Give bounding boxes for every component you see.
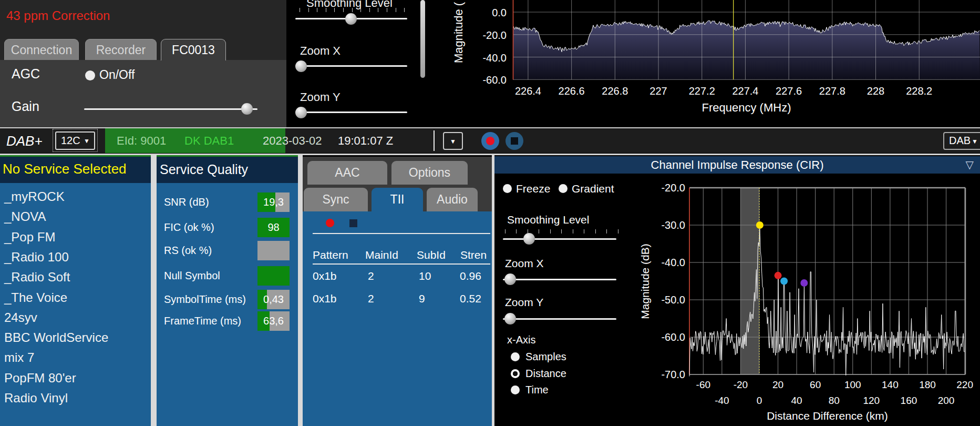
record-icon	[486, 137, 494, 145]
tii-record-indicator-icon[interactable]	[326, 219, 334, 227]
tii-panel: AACOptionsSyncTIIAudio PatternMainIdSubI…	[303, 157, 492, 426]
chevron-down-icon: ▼	[450, 138, 456, 145]
service-list-item[interactable]: _Radio 100	[4, 250, 69, 265]
freeze-radio-button[interactable]	[503, 184, 512, 193]
fc0013-tab-content: AGC On/Off Gain	[0, 60, 286, 127]
smoothing-slider-thumb[interactable]	[345, 13, 357, 25]
transmitter-marker	[780, 278, 788, 285]
tab-connection[interactable]: Connection	[4, 39, 79, 60]
agc-radio-button[interactable]	[85, 70, 95, 80]
spectrum-area-fill	[513, 21, 980, 79]
panel-divider	[151, 155, 157, 426]
quality-metric-label: FrameTime (ms)	[164, 315, 241, 327]
tii-column-header: MainId	[365, 249, 398, 261]
band-selector[interactable]: DAB ▼	[943, 132, 980, 150]
smoothing-slider-ticks	[300, 8, 406, 12]
recorder-dropdown-button[interactable]: ▼	[443, 132, 463, 150]
zoom-y-slider-track[interactable]	[295, 111, 407, 113]
transmitter-marker	[775, 272, 782, 279]
ensemble-name: DK DAB1	[184, 134, 234, 148]
y-tick-label: -40.0	[482, 52, 507, 64]
x-tick-label: 227.8	[819, 85, 845, 97]
x-axis-radio-distance[interactable]	[511, 369, 520, 378]
cir-zoom-x-slider-thumb[interactable]	[504, 273, 516, 285]
x-axis-radio-samples[interactable]	[511, 352, 520, 361]
quality-metric-value: 63,6	[257, 311, 290, 331]
tab-recorder[interactable]: Recorder	[85, 39, 157, 60]
divider-line	[434, 130, 435, 151]
x-tick-label: 226.8	[602, 85, 628, 97]
tii-table-cell: 0x1b	[313, 270, 337, 282]
x-tick-label: 220	[956, 379, 973, 390]
cir-title: Channel Impulse Response (CIR)	[494, 158, 980, 172]
quality-metric-value: 0,43	[257, 290, 290, 309]
freeze-label: Freeze	[516, 182, 550, 195]
service-list-item[interactable]: BBC WorldService	[4, 330, 108, 345]
quality-metric-bar	[257, 241, 290, 260]
service-list-item[interactable]: _NOVA	[4, 209, 46, 224]
tii-stop-indicator-icon[interactable]	[349, 219, 357, 227]
quality-metric-value	[257, 266, 290, 286]
service-list-item[interactable]: _The Voice	[4, 290, 67, 305]
tab-fc0013[interactable]: FC0013	[161, 39, 226, 60]
tab-sync[interactable]: Sync	[304, 188, 368, 211]
y-axis-title: Magnitude (dB)	[639, 244, 651, 319]
service-list-item[interactable]: _myROCK	[4, 189, 65, 204]
gain-slider-track[interactable]	[84, 108, 257, 110]
y-tick-label: -20.0	[482, 29, 507, 41]
x-axis-radio-time[interactable]	[511, 386, 520, 394]
x-axis-title: Distance Difference (km)	[767, 410, 888, 422]
tab-audio[interactable]: Audio	[427, 188, 478, 211]
cir-zoom-y-slider-track[interactable]	[503, 318, 616, 320]
x-tick-label: 226.4	[515, 85, 541, 97]
x-axis-group-label: x-Axis	[507, 334, 535, 346]
quality-metric-label: RS (ok %)	[164, 245, 212, 257]
cir-zoom-x-slider-track[interactable]	[503, 279, 616, 280]
gradient-radio-button[interactable]	[559, 184, 568, 193]
table-header-underline	[313, 263, 490, 265]
x-tick-label: 200	[938, 395, 955, 406]
ppm-correction-status: 43 ppm Correction	[6, 8, 110, 23]
tii-table-cell: 0x1b	[313, 292, 337, 305]
tab-aac[interactable]: AAC	[307, 161, 387, 185]
gain-slider-thumb[interactable]	[241, 103, 253, 115]
tii-table-cell: 10	[419, 270, 431, 282]
cir-zoom-x-label: Zoom X	[505, 257, 544, 270]
service-list-item[interactable]: 24syv	[4, 310, 37, 325]
cir-zoom-y-slider-thumb[interactable]	[504, 313, 516, 324]
service-list-item[interactable]: Radio Vinyl	[4, 391, 68, 405]
ensemble-id: EId: 9001	[117, 134, 166, 148]
stop-button[interactable]	[506, 132, 523, 150]
zoom-y-slider-thumb[interactable]	[295, 107, 307, 118]
x-tick-label: 180	[919, 379, 936, 390]
tii-table-cell: 0.96	[460, 270, 481, 282]
app-window: 43 ppm Correction Connection Recorder FC…	[0, 0, 980, 426]
cir-trace	[689, 229, 965, 376]
zoom-x-slider-thumb[interactable]	[295, 60, 307, 72]
x-tick-label: 227	[649, 85, 667, 97]
service-list-item[interactable]: _Radio Soft	[4, 270, 70, 285]
service-list-item[interactable]: mix 7	[4, 350, 34, 365]
zoom-x-slider-track[interactable]	[295, 65, 407, 67]
tab-options[interactable]: Options	[391, 161, 468, 185]
cir-smoothing-slider-track[interactable]	[503, 238, 616, 240]
y-tick-label: -40.0	[661, 257, 685, 268]
controls-scrollbar[interactable]	[420, 0, 425, 78]
agc-label: AGC	[12, 66, 40, 82]
no-service-selected-text: No Service Selected	[3, 161, 127, 177]
record-button[interactable]	[481, 132, 499, 150]
cir-smoothing-ticks	[505, 229, 618, 234]
x-tick-label: 0	[757, 395, 762, 406]
cir-smoothing-slider-thumb[interactable]	[523, 233, 535, 245]
service-quality-header: Service Quality	[157, 157, 298, 183]
quality-metric-bar: 98	[257, 218, 290, 237]
tab-tii[interactable]: TII	[372, 188, 423, 211]
collapse-triangle-icon[interactable]: ▽	[966, 158, 974, 171]
channel-selector[interactable]: 12C ▼	[53, 129, 98, 152]
service-list-item[interactable]: _Pop FM	[4, 230, 55, 245]
y-tick-label: -70.0	[661, 369, 685, 380]
x-tick-label: -60	[696, 379, 710, 390]
service-list-item[interactable]: PopFM 80'er	[4, 371, 76, 386]
gradient-label: Gradient	[572, 182, 614, 195]
x-axis-option-label: Samples	[525, 351, 566, 363]
